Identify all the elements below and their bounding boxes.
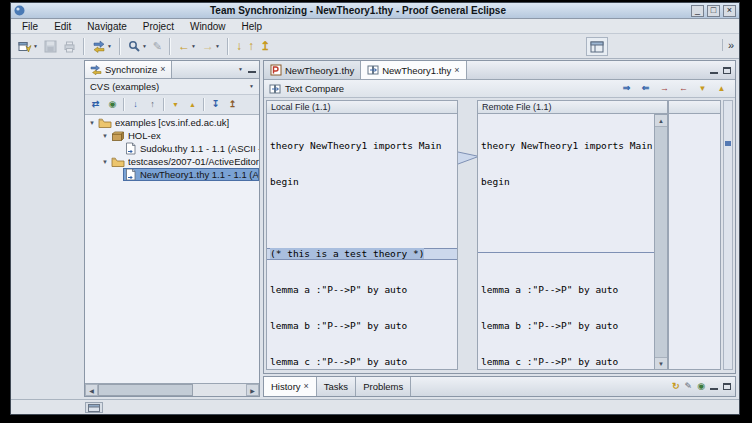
- save-icon: [44, 40, 57, 53]
- scrollbar-thumb[interactable]: [655, 127, 667, 357]
- application-icon: [14, 5, 25, 16]
- scroll-left-icon[interactable]: ◀: [85, 384, 98, 396]
- compare-editor-tab[interactable]: NewTheory1.thy ×: [361, 61, 466, 79]
- maximize-button[interactable]: □: [707, 5, 720, 17]
- scope-dropdown-icon[interactable]: ▼: [249, 84, 254, 89]
- new-wizard-icon: [18, 40, 32, 53]
- synchronize-wizard-button[interactable]: ▼: [89, 36, 115, 57]
- outgoing-mode-button[interactable]: ↑: [144, 96, 161, 113]
- local-file-text[interactable]: theory NewTheory1 imports Main begin (* …: [266, 114, 458, 370]
- minimize-view-icon[interactable]: [248, 66, 256, 73]
- remote-vertical-scrollbar[interactable]: ▲ ▼: [655, 114, 668, 370]
- tab-history[interactable]: History ×: [264, 377, 317, 396]
- maximize-editor-icon[interactable]: [723, 67, 731, 74]
- toolbar-separator: [123, 98, 125, 111]
- new-wizard-button[interactable]: ▼: [15, 36, 41, 57]
- diff-overview-marker[interactable]: [725, 141, 731, 146]
- search-button[interactable]: ▼: [125, 36, 150, 57]
- pin-icon[interactable]: ◉: [697, 382, 705, 391]
- overview-ruler[interactable]: [723, 100, 733, 370]
- close-button[interactable]: ×: [723, 5, 736, 17]
- tree-item-label: Sudoku.thy 1.1 - 1.1 (ASCII -kkv): [140, 143, 259, 154]
- tree-item-testcases[interactable]: ▼ testcases/2007-01/ActiveEditorV2: [85, 155, 259, 168]
- close-icon[interactable]: ×: [160, 65, 165, 74]
- dropdown-icon[interactable]: ▼: [107, 44, 112, 49]
- back-button[interactable]: ← ▼: [175, 36, 199, 57]
- expander-icon[interactable]: ▼: [87, 120, 97, 126]
- menu-project[interactable]: Project: [135, 19, 182, 33]
- scroll-down-icon[interactable]: ▼: [655, 357, 667, 369]
- link-with-editor-icon[interactable]: ✎: [685, 382, 693, 391]
- previous-difference-button[interactable]: ▲: [184, 96, 201, 113]
- scroll-up-icon[interactable]: ▲: [655, 115, 667, 127]
- close-icon[interactable]: ×: [454, 66, 459, 75]
- refresh-icon[interactable]: ↻: [672, 382, 680, 391]
- perspective-button[interactable]: [586, 37, 608, 56]
- tab-problems[interactable]: Problems: [356, 377, 411, 396]
- compare-editor-icon: [367, 64, 379, 76]
- go-to-last-edit-icon: ↥: [260, 40, 270, 52]
- forward-button[interactable]: → ▼: [199, 36, 223, 57]
- previous-difference-icon: ▲: [189, 101, 196, 108]
- dropdown-icon[interactable]: ▼: [33, 44, 38, 49]
- remote-file-text[interactable]: theory NewTheory1 imports Main begin lem…: [477, 114, 655, 370]
- expander-icon[interactable]: ▼: [100, 133, 110, 139]
- copy-change-left-to-right-button[interactable]: →: [656, 81, 673, 97]
- update-all-button[interactable]: ↧: [207, 96, 224, 113]
- synchronize-tab[interactable]: Synchronize ×: [85, 61, 172, 78]
- commit-all-button[interactable]: ↥: [224, 96, 241, 113]
- synchronize-button[interactable]: ⇄: [87, 96, 104, 113]
- print-icon: [63, 40, 76, 53]
- menu-window[interactable]: Window: [182, 19, 234, 33]
- commit-all-icon: ↥: [229, 100, 237, 109]
- expander-icon[interactable]: ▼: [100, 159, 110, 165]
- toolbar-separator: [83, 38, 85, 55]
- menu-help[interactable]: Help: [234, 19, 271, 33]
- view-menu-icon[interactable]: ▼: [238, 67, 243, 72]
- next-difference-button[interactable]: ▼: [694, 81, 711, 97]
- sync-tree-horizontal-scrollbar[interactable]: ◀ ▶: [85, 383, 259, 396]
- next-change-button[interactable]: ↓: [233, 36, 245, 57]
- print-button[interactable]: [60, 36, 79, 57]
- pin-icon: ◉: [109, 100, 117, 109]
- view-toolbar-corner: ▼: [237, 61, 259, 78]
- pin-view-button[interactable]: ◉: [104, 96, 121, 113]
- editor-tab-newtheory1[interactable]: NewTheory1.thy: [264, 61, 361, 79]
- copy-all-left-to-right-button[interactable]: ⇒: [618, 81, 635, 97]
- toolbar-overflow-chevron[interactable]: »: [722, 39, 734, 51]
- editor-tab-label: NewTheory1.thy: [285, 65, 354, 76]
- previous-change-button[interactable]: ↑: [245, 36, 257, 57]
- tab-tasks[interactable]: Tasks: [317, 377, 356, 396]
- tree-item-sudoku[interactable]: Sudoku.thy 1.1 - 1.1 (ASCII -kkv): [85, 142, 259, 155]
- menu-navigate[interactable]: Navigate: [79, 19, 134, 33]
- maximize-view-icon[interactable]: [723, 383, 731, 390]
- dropdown-icon[interactable]: ▼: [215, 44, 220, 49]
- fast-view-tray-button[interactable]: [85, 402, 103, 413]
- next-difference-button[interactable]: ▼: [167, 96, 184, 113]
- close-icon: ×: [727, 6, 732, 15]
- copy-all-right-to-left-button[interactable]: ⇐: [637, 81, 654, 97]
- tree-item-examples[interactable]: ▼ examples [cvs.inf.ed.ac.uk]: [85, 116, 259, 129]
- dropdown-icon[interactable]: ▼: [142, 44, 147, 49]
- menu-file[interactable]: File: [14, 19, 46, 33]
- scrollbar-thumb[interactable]: [98, 384, 193, 396]
- dropdown-icon[interactable]: ▼: [191, 44, 196, 49]
- incoming-mode-button[interactable]: ↓: [127, 96, 144, 113]
- menu-edit[interactable]: Edit: [46, 19, 79, 33]
- tree-item-hol-ex[interactable]: ▼ HOL-ex: [85, 129, 259, 142]
- close-icon[interactable]: ×: [304, 382, 309, 391]
- incoming-mode-icon: ↓: [133, 100, 138, 109]
- synchronize-icon: [92, 39, 106, 53]
- previous-difference-button[interactable]: ▲: [713, 81, 730, 97]
- save-button[interactable]: [41, 36, 60, 57]
- copy-all-left-to-right-icon: ⇒: [623, 84, 631, 93]
- minimize-view-icon[interactable]: [710, 383, 718, 390]
- tree-item-newtheory1[interactable]: NewTheory1.thy 1.1 - 1.1 (ASCII -kkv): [85, 168, 259, 181]
- toolbar-separator: [163, 98, 165, 111]
- last-edit-position-button[interactable]: ↥: [257, 36, 273, 57]
- scroll-right-icon[interactable]: ▶: [246, 384, 259, 396]
- last-edit-location-button[interactable]: ✎: [150, 36, 165, 57]
- copy-change-right-to-left-button[interactable]: ←: [675, 81, 692, 97]
- minimize-editor-icon[interactable]: [710, 67, 718, 74]
- minimize-button[interactable]: _: [691, 5, 704, 17]
